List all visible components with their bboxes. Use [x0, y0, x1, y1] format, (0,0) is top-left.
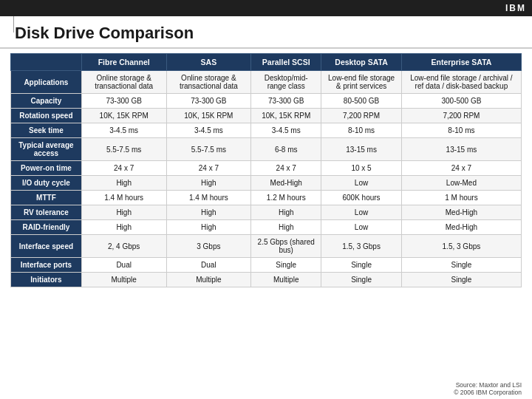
row-cell: High	[251, 220, 321, 235]
row-cell: 6-8 ms	[251, 138, 321, 161]
row-cell: Low-end file storage / archival / ref da…	[401, 71, 521, 94]
row-cell: 600K hours	[321, 191, 402, 205]
row-label: Typical average access	[11, 138, 82, 161]
table-header-row: Fibre Channel SAS Parallel SCSI Desktop …	[11, 54, 522, 71]
row-cell: 3-4.5 ms	[81, 123, 166, 138]
row-cell: Low	[321, 220, 402, 235]
row-cell: 5.5-7.5 ms	[81, 138, 166, 161]
page-title: Disk Drive Comparison	[15, 24, 517, 43]
row-cell: 2.5 Gbps (shared bus)	[251, 235, 321, 258]
table-row: ApplicationsOnline storage & transaction…	[11, 71, 522, 94]
row-cell: 24 x 7	[81, 161, 166, 176]
row-cell: Desktop/mid-range class	[251, 71, 321, 94]
row-cell: Med-High	[401, 205, 521, 220]
row-cell: Single	[401, 273, 521, 287]
row-cell: 10 x 5	[321, 161, 402, 176]
row-label: Capacity	[11, 94, 82, 109]
row-cell: 10K, 15K RPM	[251, 109, 321, 123]
row-cell: Online storage & transactional data	[81, 71, 166, 94]
table-row: Rotation speed10K, 15K RPM10K, 15K RPM10…	[11, 109, 522, 123]
row-cell: 10K, 15K RPM	[81, 109, 166, 123]
table-container: Fibre Channel SAS Parallel SCSI Desktop …	[0, 49, 532, 287]
table-row: Capacity73-300 GB73-300 GB73-300 GB80-50…	[11, 94, 522, 109]
row-cell: Low-end file storage & print services	[321, 71, 402, 94]
row-cell: 13-15 ms	[321, 138, 402, 161]
row-cell: Single	[321, 273, 402, 287]
row-cell: 300-500 GB	[401, 94, 521, 109]
comparison-table: Fibre Channel SAS Parallel SCSI Desktop …	[10, 53, 522, 287]
row-cell: High	[166, 220, 251, 235]
row-cell: 1 M hours	[401, 191, 521, 205]
row-cell: Single	[321, 258, 402, 273]
row-cell: High	[251, 205, 321, 220]
row-cell: High	[81, 205, 166, 220]
row-label: Rotation speed	[11, 109, 82, 123]
table-row: Typical average access5.5-7.5 ms5.5-7.5 …	[11, 138, 522, 161]
row-cell: 3-4.5 ms	[251, 123, 321, 138]
table-row: Power-on time24 x 724 x 724 x 710 x 524 …	[11, 161, 522, 176]
row-cell: High	[166, 176, 251, 191]
row-cell: 1.2 M hours	[251, 191, 321, 205]
col-header-label	[11, 54, 82, 71]
row-cell: Multiple	[166, 273, 251, 287]
footer: Source: Maxtor and LSI © 2006 IBM Corpor…	[454, 381, 522, 396]
row-cell: 1.4 M hours	[81, 191, 166, 205]
table-row: I/O duty cycleHighHighMed-HighLowLow-Med	[11, 176, 522, 191]
row-label: Initiators	[11, 273, 82, 287]
row-label: Interface speed	[11, 235, 82, 258]
table-row: InitiatorsMultipleMultipleMultipleSingle…	[11, 273, 522, 287]
row-cell: 24 x 7	[166, 161, 251, 176]
row-cell: Single	[401, 258, 521, 273]
row-cell: 3-4.5 ms	[166, 123, 251, 138]
row-cell: 10K, 15K RPM	[166, 109, 251, 123]
row-label: Applications	[11, 71, 82, 94]
row-cell: 24 x 7	[401, 161, 521, 176]
row-cell: Single	[251, 258, 321, 273]
row-label: Power-on time	[11, 161, 82, 176]
row-cell: 8-10 ms	[401, 123, 521, 138]
row-label: RV tolerance	[11, 205, 82, 220]
table-row: Seek time3-4.5 ms3-4.5 ms3-4.5 ms8-10 ms…	[11, 123, 522, 138]
col-header-pscsi: Parallel SCSI	[251, 54, 321, 71]
row-cell: 73-300 GB	[166, 94, 251, 109]
table-row: RV toleranceHighHighHighLowMed-High	[11, 205, 522, 220]
row-cell: 8-10 ms	[321, 123, 402, 138]
row-label: RAID-friendly	[11, 220, 82, 235]
row-cell: 7,200 RPM	[401, 109, 521, 123]
row-cell: 7,200 RPM	[321, 109, 402, 123]
row-label: MTTF	[11, 191, 82, 205]
footer-line2: © 2006 IBM Corporation	[454, 389, 522, 396]
table-row: RAID-friendlyHighHighHighLowMed-High	[11, 220, 522, 235]
page-header: Disk Drive Comparison	[0, 16, 532, 49]
col-header-sas: SAS	[166, 54, 251, 71]
table-row: Interface speed2, 4 Gbps3 Gbps2.5 Gbps (…	[11, 235, 522, 258]
accent-line	[13, 16, 14, 33]
ibm-logo: IBM	[505, 3, 526, 13]
row-cell: High	[81, 176, 166, 191]
row-cell: High	[81, 220, 166, 235]
row-cell: Low	[321, 205, 402, 220]
row-label: Interface ports	[11, 258, 82, 273]
row-cell: Med-High	[251, 176, 321, 191]
row-label: I/O duty cycle	[11, 176, 82, 191]
row-cell: 73-300 GB	[251, 94, 321, 109]
col-header-esata: Enterprise SATA	[401, 54, 521, 71]
row-cell: 1.4 M hours	[166, 191, 251, 205]
row-cell: 1.5, 3 Gbps	[401, 235, 521, 258]
row-cell: 24 x 7	[251, 161, 321, 176]
table-row: Interface portsDualDualSingleSingleSingl…	[11, 258, 522, 273]
row-cell: Multiple	[81, 273, 166, 287]
row-cell: Low-Med	[401, 176, 521, 191]
col-header-fc: Fibre Channel	[81, 54, 166, 71]
table-row: MTTF1.4 M hours1.4 M hours1.2 M hours600…	[11, 191, 522, 205]
row-cell: 73-300 GB	[81, 94, 166, 109]
col-header-dsata: Desktop SATA	[321, 54, 402, 71]
row-cell: Low	[321, 176, 402, 191]
row-cell: Dual	[81, 258, 166, 273]
row-cell: 5.5-7.5 ms	[166, 138, 251, 161]
row-cell: High	[166, 205, 251, 220]
row-cell: Med-High	[401, 220, 521, 235]
top-bar: IBM	[0, 0, 532, 16]
row-cell: Multiple	[251, 273, 321, 287]
row-cell: Dual	[166, 258, 251, 273]
